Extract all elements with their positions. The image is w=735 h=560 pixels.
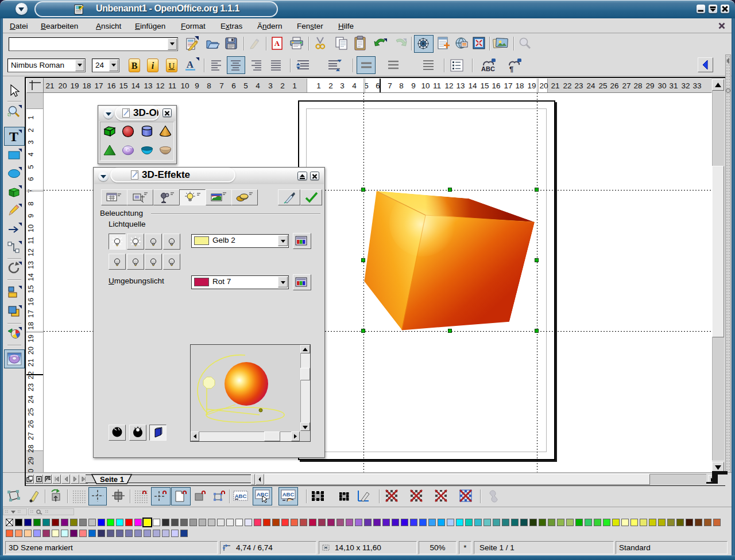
svg-text:A: A	[274, 39, 280, 48]
svg-text:ABC: ABC	[481, 65, 495, 72]
svg-text:ABC: ABC	[283, 491, 295, 497]
svg-text:A: A	[187, 59, 194, 70]
svg-text:¶: ¶	[509, 65, 513, 73]
svg-text:T: T	[9, 129, 18, 144]
svg-text:ABC: ABC	[235, 493, 247, 499]
